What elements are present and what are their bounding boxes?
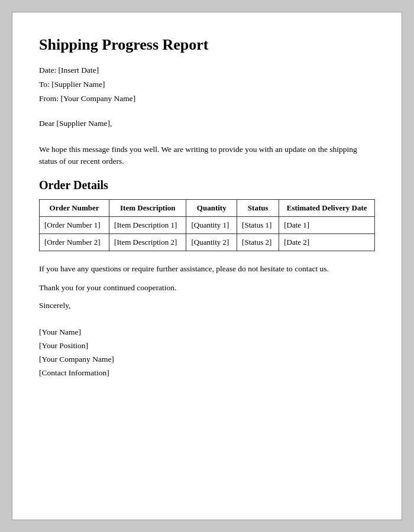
row1-status: [Status 1] [237,216,279,233]
signature-company: [Your Company Name] [39,353,375,366]
signature-name: [Your Name] [39,326,375,339]
table-header-row: Order Number Item Description Quantity S… [40,199,375,216]
row2-status: [Status 2] [237,233,279,251]
footer-text: If you have any questions or require fur… [39,263,375,275]
row1-quantity: [Quantity 1] [186,216,237,233]
sincerely-text: Sincerely, [39,301,375,310]
document-page: Shipping Progress Report Date: [Insert D… [12,12,402,520]
thank-you-text: Thank you for your continued cooperation… [39,282,375,294]
order-details-heading: Order Details [39,179,375,192]
row2-estimated-delivery: [Date 2] [279,233,375,251]
intro-text: We hope this message finds you well. We … [39,144,375,168]
col-header-status: Status [237,199,279,216]
row1-estimated-delivery: [Date 1] [279,216,375,233]
order-table: Order Number Item Description Quantity S… [39,199,375,251]
document-title: Shipping Progress Report [39,36,375,54]
greeting-text: Dear [Supplier Name], [39,119,375,128]
row1-item-description: [Item Description 1] [109,216,186,233]
to-line: To: [Supplier Name] [39,80,375,89]
col-header-estimated-delivery: Estimated Delivery Date [279,199,375,216]
col-header-order-number: Order Number [40,199,109,216]
table-row: [Order Number 1] [Item Description 1] [Q… [40,216,375,233]
row2-order-number: [Order Number 2] [40,233,109,251]
row2-item-description: [Item Description 2] [109,233,186,251]
signature-position: [Your Position] [39,339,375,353]
row1-order-number: [Order Number 1] [40,216,109,233]
col-header-item-description: Item Description [109,199,186,216]
date-line: Date: [Insert Date] [39,66,375,75]
from-line: From: [Your Company Name] [39,94,375,103]
signature-block: [Your Name] [Your Position] [Your Compan… [39,326,375,380]
row2-quantity: [Quantity 2] [186,233,237,251]
col-header-quantity: Quantity [186,199,237,216]
table-row: [Order Number 2] [Item Description 2] [Q… [40,233,375,251]
signature-contact: [Contact Information] [39,366,375,380]
